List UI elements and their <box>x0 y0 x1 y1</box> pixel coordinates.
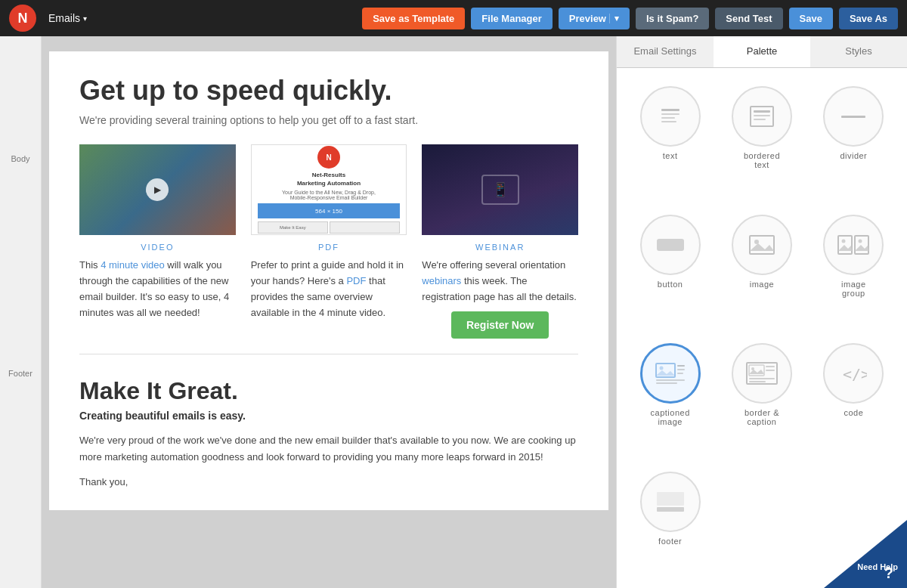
palette-item-button[interactable]: button <box>629 209 711 328</box>
bordered-text-icon <box>748 104 775 128</box>
svg-marker-12 <box>750 243 774 251</box>
palette-item-footer[interactable]: footer <box>629 466 711 576</box>
pdf-inline-link[interactable]: PDF <box>346 275 366 286</box>
svg-rect-22 <box>677 365 685 367</box>
palette-item-bordered-text[interactable]: borderedtext <box>720 80 803 200</box>
save-button[interactable]: Save <box>789 8 833 29</box>
svg-rect-24 <box>677 373 683 374</box>
palette-circle-button <box>640 215 701 275</box>
preview-dropdown-icon[interactable]: ▾ <box>609 14 619 23</box>
left-sidebar: Body Footer <box>0 36 42 588</box>
svg-rect-23 <box>677 369 685 370</box>
help-corner: Need Help ? <box>824 520 907 588</box>
palette-circle-footer <box>640 472 701 532</box>
palette-item-image-group[interactable]: imagegroup <box>813 209 895 328</box>
preview-button[interactable]: Preview ▾ <box>559 8 630 29</box>
right-panel: Email Settings Palette Styles text <box>616 36 907 588</box>
play-icon[interactable]: ▶ <box>146 178 169 201</box>
palette-item-image[interactable]: image <box>720 209 803 328</box>
tab-styles[interactable]: Styles <box>810 36 907 67</box>
is-it-spam-button[interactable]: Is it Spam? <box>636 8 709 29</box>
palette-label-text: text <box>663 151 678 160</box>
svg-rect-25 <box>656 379 685 381</box>
palette-label-button: button <box>658 280 683 289</box>
palette-item-border-caption[interactable]: border &caption <box>720 337 803 456</box>
palette-label-border-caption: border &caption <box>744 408 779 426</box>
palette-grid: text borderedtext <box>617 68 907 588</box>
svg-rect-7 <box>754 119 766 120</box>
footer-icon <box>655 491 686 513</box>
save-as-button[interactable]: Save As <box>839 8 898 29</box>
pdf-img-box: 564 × 150 <box>258 203 401 218</box>
footer-label: Footer <box>5 364 36 382</box>
svg-text:</>: </> <box>843 365 867 383</box>
svg-point-14 <box>842 240 846 243</box>
svg-rect-0 <box>661 109 679 111</box>
footer-text: We're very proud of the work we've done … <box>79 432 578 466</box>
svg-marker-21 <box>656 370 675 376</box>
video-image: ▶ <box>79 144 236 235</box>
palette-label-image-group: imagegroup <box>841 280 865 298</box>
svg-rect-3 <box>661 121 676 122</box>
captioned-image-icon <box>655 362 686 385</box>
webinars-inline-link[interactable]: webinars <box>422 275 461 286</box>
svg-rect-2 <box>661 117 675 119</box>
tab-palette[interactable]: Palette <box>714 36 810 67</box>
svg-rect-6 <box>754 115 770 116</box>
image-group-icon <box>837 234 869 255</box>
palette-circle-divider <box>823 86 884 147</box>
pdf-column: N Net-ResultsMarketing Automation Your G… <box>251 144 407 338</box>
pdf-text: Prefer to print a guide and hold it in y… <box>251 258 407 320</box>
svg-rect-36 <box>657 492 684 506</box>
divider-icon <box>840 113 867 120</box>
palette-label-bordered-text: borderedtext <box>744 151 780 169</box>
webinar-link[interactable]: WEBINAR <box>422 243 578 252</box>
help-question-mark[interactable]: ? <box>884 565 893 582</box>
help-triangle <box>824 520 907 588</box>
file-manager-button[interactable]: File Manager <box>471 8 552 29</box>
main-layout: Body Footer Get up to speed quickly. We'… <box>0 36 907 588</box>
pdf-image: N Net-ResultsMarketing Automation Your G… <box>251 144 407 235</box>
svg-point-17 <box>859 240 862 243</box>
palette-item-text[interactable]: text <box>629 80 711 200</box>
palette-item-captioned-image[interactable]: captionedimage <box>629 337 711 456</box>
palette-label-captioned-image: captionedimage <box>651 408 690 426</box>
body-label: Body <box>8 150 33 168</box>
image-icon <box>748 234 775 255</box>
webinar-column: 📱 WEBINAR We're offering several orienta… <box>422 144 578 338</box>
palette-item-divider[interactable]: divider <box>813 80 895 200</box>
palette-circle-border-caption <box>732 343 792 404</box>
svg-marker-18 <box>855 245 868 251</box>
footer-heading: Make It Great. <box>79 377 578 405</box>
svg-marker-15 <box>838 245 852 251</box>
send-test-button[interactable]: Send Test <box>715 8 782 29</box>
palette-label-code: code <box>844 408 863 417</box>
pdf-link[interactable]: PDF <box>251 243 407 252</box>
svg-rect-33 <box>749 378 775 379</box>
palette-circle-image <box>732 215 792 275</box>
top-navigation: N Emails ▾ Save as Template File Manager… <box>0 0 907 36</box>
video-inline-link[interactable]: 4 minute video <box>101 259 165 271</box>
palette-label-divider: divider <box>840 151 867 160</box>
webinar-icon: 📱 <box>481 175 519 205</box>
palette-label-image: image <box>750 280 774 289</box>
palette-circle-bordered-text <box>732 86 792 147</box>
svg-rect-13 <box>838 236 852 254</box>
svg-rect-16 <box>855 236 868 254</box>
svg-rect-31 <box>766 366 775 367</box>
app-logo[interactable]: N <box>9 5 36 32</box>
svg-rect-26 <box>656 382 677 384</box>
save-as-template-button[interactable]: Save as Template <box>362 8 465 29</box>
video-link[interactable]: VIDEO <box>79 243 236 252</box>
register-now-button[interactable]: Register Now <box>451 311 549 339</box>
svg-rect-8 <box>841 116 865 118</box>
webinar-image: 📱 <box>422 144 578 235</box>
palette-label-footer: footer <box>658 537 682 546</box>
email-canvas[interactable]: Get up to speed quickly. We're providing… <box>42 36 616 588</box>
pdf-title: Net-ResultsMarketing Automation <box>258 172 401 187</box>
chevron-down-icon: ▾ <box>83 14 87 23</box>
palette-item-code[interactable]: </> code <box>813 337 895 456</box>
tab-email-settings[interactable]: Email Settings <box>617 36 714 67</box>
webinar-text: We're offering several orientation webin… <box>422 258 578 305</box>
emails-dropdown-button[interactable]: Emails ▾ <box>42 9 93 27</box>
